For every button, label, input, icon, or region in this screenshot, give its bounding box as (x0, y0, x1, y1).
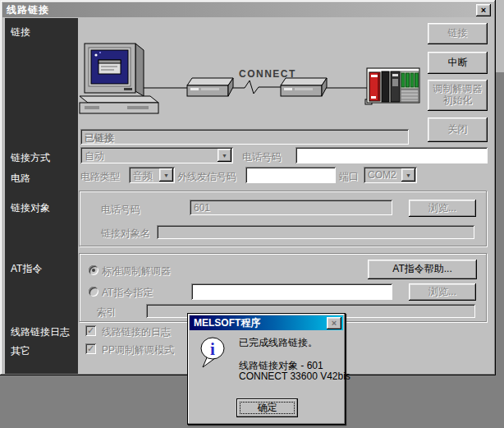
connect-button[interactable]: 链接 (428, 23, 488, 44)
outside-line-label: 外线发信号码 (177, 170, 236, 184)
modem-init-button[interactable]: 调制解调器 初始化 (428, 80, 488, 111)
port-label: 端口 (339, 170, 359, 184)
browse-at-button[interactable]: 浏览... (409, 283, 476, 301)
connection-diagram: CONNECT (78, 21, 431, 127)
link-status-field: 已链接 (80, 129, 409, 145)
at-specify-input[interactable] (191, 283, 392, 300)
focus-rect (240, 402, 295, 414)
sidebar-label-other: 其它 (11, 344, 30, 358)
plc-icon (365, 68, 419, 104)
link-mode-combobox[interactable]: 自动 ▼ (80, 147, 233, 163)
sidebar-label-link-log: 线路链接日志 (11, 325, 70, 339)
standard-modem-radio[interactable] (89, 265, 99, 275)
close-button[interactable]: 关闭 (428, 117, 488, 142)
link-mode-value: 自动 (85, 150, 104, 163)
dialog-message-line1: 已完成线路链接。 (239, 336, 318, 350)
chevron-down-icon[interactable]: ▼ (218, 149, 231, 162)
window-title: 线路链接 (5, 3, 476, 17)
radio-dot (92, 269, 95, 272)
target-phone-label: 电话号码 (101, 203, 140, 217)
sidebar-label-link-target: 链接对象 (11, 201, 50, 215)
window-titlebar: 线路链接 × (2, 2, 493, 17)
dialog-close-button[interactable]: × (327, 317, 341, 329)
link-target-group: 电话号码 601 浏览... 链接对象名 (79, 191, 487, 246)
sidebar-label-circuit: 电路 (11, 172, 30, 186)
dialog-message-line3: CONNECT 33600 V42bis (239, 370, 351, 382)
sidebar: 链接 链接方式 电路 链接对象 AT指令 线路链接日志 其它 (5, 18, 78, 374)
interrupt-button[interactable]: 中断 (428, 52, 488, 74)
target-name-input[interactable] (157, 225, 474, 239)
browse-target-button[interactable]: 浏览... (409, 200, 476, 217)
outside-line-input[interactable] (245, 167, 336, 183)
close-icon: × (332, 319, 337, 328)
close-icon: × (481, 6, 486, 15)
chevron-down-icon[interactable]: ▼ (401, 168, 415, 182)
sidebar-label-at-command: AT指令 (11, 262, 42, 276)
pp-modem-mode-label: PP调制解调模式 (102, 343, 174, 357)
check-icon: ✓ (87, 325, 94, 336)
desktop: 线路链接 × 链接 链接方式 电路 链接对象 AT指令 线路链接日志 其它 (0, 0, 504, 428)
standard-modem-label: 标准调制解调器 (102, 265, 171, 278)
circuit-type-combobox[interactable]: 音频 ▼ (129, 167, 175, 183)
dialog-title: MELSOFT程序 (191, 316, 327, 330)
modem-icon (281, 78, 327, 96)
pp-modem-mode-checkbox[interactable]: ✓ (85, 343, 96, 354)
info-icon: i (199, 337, 228, 370)
melsoft-message-dialog: MELSOFT程序 × i 已完成线路链接。 线路链接对象 - 601 CONN… (187, 313, 346, 425)
svg-text:i: i (210, 339, 215, 359)
phone-number-input[interactable] (296, 147, 488, 163)
window-close-button[interactable]: × (476, 4, 491, 16)
circuit-type-value: 音频 (133, 169, 153, 183)
dialog-titlebar: MELSOFT程序 × (190, 315, 343, 330)
at-specify-radio[interactable] (89, 287, 99, 297)
phone-line-zigzag (228, 81, 281, 94)
at-command-help-button[interactable]: AT指令帮助... (368, 260, 477, 279)
port-combobox[interactable]: COM2 ▼ (364, 167, 417, 183)
modem-icon (187, 78, 233, 96)
circuit-type-label: 电路类型 (80, 170, 120, 184)
line-link-log-label: 线路链接的日志 (102, 325, 171, 339)
chevron-down-icon[interactable]: ▼ (159, 168, 173, 182)
phone-number-label: 电话号码 (242, 150, 282, 164)
sidebar-label-link-method: 链接方式 (11, 151, 50, 165)
line-link-log-checkbox[interactable]: ✓ (85, 325, 96, 336)
port-value: COM2 (368, 169, 396, 181)
at-command-group: 标准调制解调器 AT指令帮助... AT指令指定 浏览... 索引 (79, 253, 487, 322)
target-phone-input[interactable]: 601 (190, 200, 392, 215)
index-label: 索引 (97, 306, 117, 320)
ok-button[interactable]: 确定 (236, 398, 298, 417)
at-specify-label: AT指令指定 (102, 286, 153, 300)
check-icon: ✓ (87, 343, 94, 354)
target-name-label: 链接对象名 (101, 227, 150, 241)
sidebar-label-link: 链接 (11, 25, 30, 39)
computer-icon (80, 44, 158, 113)
